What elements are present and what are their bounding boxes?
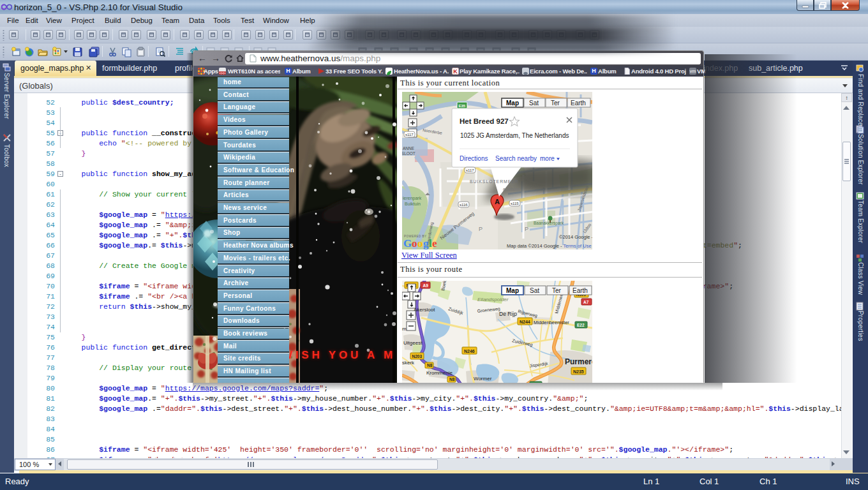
svg-text:Uitgeest: Uitgeest xyxy=(403,340,423,346)
svg-text:s116: s116 xyxy=(460,203,468,207)
svg-text:E35: E35 xyxy=(459,104,466,108)
svg-text:E22: E22 xyxy=(577,323,585,327)
svg-text:A: A xyxy=(495,198,500,205)
svg-text::SLOOT: :SLOOT xyxy=(402,151,415,156)
svg-text:A9: A9 xyxy=(423,283,429,288)
svg-text:De Rijp: De Rijp xyxy=(499,311,517,317)
svg-text:P: P xyxy=(479,226,483,232)
svg-text:N8: N8 xyxy=(427,363,433,368)
svg-text:G: G xyxy=(403,237,412,249)
svg-text:o: o xyxy=(417,237,423,249)
svg-text:Akersloot: Akersloot xyxy=(414,307,435,313)
svg-text:Map: Map xyxy=(506,100,519,107)
svg-text:©2014 Google -: ©2014 Google - xyxy=(559,234,592,240)
svg-text:Eilandspolder: Eilandspolder xyxy=(477,297,509,302)
svg-text:Buiktuin: Buiktuin xyxy=(405,202,421,206)
svg-text:Krommenie: Krommenie xyxy=(426,370,453,376)
svg-text:e: e xyxy=(432,237,437,249)
svg-text:Baanakkerspark: Baanakkerspark xyxy=(534,221,564,226)
svg-text:more: more xyxy=(540,155,555,162)
svg-text:A7: A7 xyxy=(583,300,589,304)
svg-text:Earth: Earth xyxy=(572,287,588,294)
svg-text:WISH YOU A M: WISH YOU A M xyxy=(282,349,396,361)
svg-text:Wormer: Wormer xyxy=(474,376,492,382)
svg-text:Sat: Sat xyxy=(529,100,539,107)
svg-text:N235: N235 xyxy=(573,369,584,374)
svg-text:Sat: Sat xyxy=(530,287,539,294)
svg-text:1025 JG Amsterdam, The Netherl: 1025 JG Amsterdam, The Netherlands xyxy=(460,132,569,139)
svg-text:Ter: Ter xyxy=(552,287,562,294)
svg-text:e Wieden: e Wieden xyxy=(503,187,521,191)
svg-text:o: o xyxy=(412,237,417,249)
svg-text:Ter: Ter xyxy=(551,100,560,107)
svg-text:s117: s117 xyxy=(405,133,414,137)
svg-text:N244: N244 xyxy=(520,320,530,324)
svg-text:Map: Map xyxy=(506,287,519,294)
svg-text:skerk: skerk xyxy=(402,360,415,366)
svg-text:N8: N8 xyxy=(449,377,455,382)
svg-text:Map data ©2014 Google - Terms: Map data ©2014 Google - Terms of Use xyxy=(507,243,592,249)
svg-text:ANNE: ANNE xyxy=(403,146,415,151)
svg-text:N203: N203 xyxy=(412,354,423,359)
svg-text:Purmere: Purmere xyxy=(565,357,592,366)
svg-text:s117: s117 xyxy=(466,168,474,172)
svg-text:P: P xyxy=(525,226,528,232)
svg-text:g: g xyxy=(423,237,429,249)
svg-text:BUIKSLOTERMEER: BUIKSLOTERMEER xyxy=(470,179,519,184)
svg-text:m: m xyxy=(402,326,407,332)
svg-text:Middenbeemster: Middenbeemster xyxy=(534,320,569,325)
svg-text:Search nearby: Search nearby xyxy=(495,155,537,162)
svg-text:Het Breed 927: Het Breed 927 xyxy=(460,117,509,125)
svg-text:ierenpark: ierenpark xyxy=(403,196,422,201)
svg-text:Directions: Directions xyxy=(460,155,488,162)
svg-text:N246: N246 xyxy=(464,349,475,353)
svg-text:Earth: Earth xyxy=(571,100,586,107)
svg-text:s115: s115 xyxy=(511,202,519,205)
